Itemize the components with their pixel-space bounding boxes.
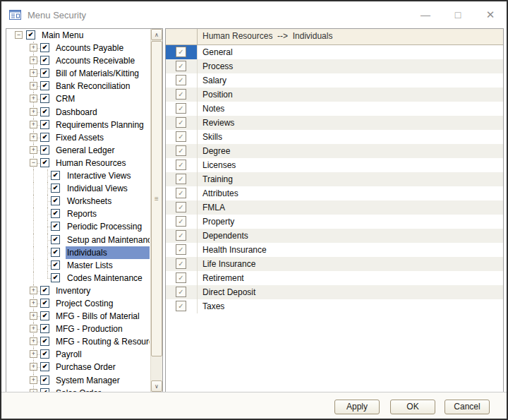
expand-icon[interactable]: +	[30, 121, 37, 128]
tree-item-label[interactable]: Individuals	[66, 246, 150, 259]
row-checkbox-cell[interactable]: ✓	[166, 73, 198, 88]
item-label[interactable]: Training	[198, 172, 503, 186]
tree-item[interactable]: +✔Accounts Receivable	[6, 54, 150, 67]
item-checkbox[interactable]: ✓	[176, 89, 186, 100]
table-row[interactable]: ✓Direct Deposit	[166, 285, 503, 299]
ok-button[interactable]: OK	[390, 400, 435, 414]
table-row[interactable]: ✓General	[166, 45, 503, 59]
tree-item-label[interactable]: Individual Views	[66, 182, 150, 195]
tree-item[interactable]: ✔Individual Views	[6, 182, 150, 195]
table-row[interactable]: ✓FMLA	[166, 200, 503, 215]
apply-button[interactable]: Apply	[334, 400, 380, 414]
item-checkbox[interactable]: ✓	[176, 174, 186, 184]
tree-item[interactable]: +✔Bank Reconciliation	[6, 80, 150, 92]
tree-item-checkbox[interactable]: ✔	[51, 260, 60, 270]
tree-item-label[interactable]: General Ledger	[54, 144, 150, 157]
row-checkbox-cell[interactable]: ✓	[166, 116, 198, 130]
table-row[interactable]: ✓Reviews	[166, 116, 503, 130]
item-label[interactable]: Position	[198, 88, 503, 102]
tree-item-checkbox[interactable]: ✔	[40, 311, 49, 320]
tree-item-label[interactable]: Sales Order	[54, 387, 150, 392]
item-checkbox[interactable]: ✓	[176, 202, 186, 212]
maximize-button[interactable]: □	[442, 1, 474, 28]
tree-item[interactable]: +✔Accounts Payable	[6, 42, 150, 54]
tree-item-label[interactable]: Reports	[66, 208, 150, 220]
tree-item-checkbox[interactable]: ✔	[51, 273, 60, 282]
tree-item[interactable]: +✔Fixed Assets	[6, 131, 150, 144]
item-checkbox[interactable]: ✓	[176, 301, 186, 311]
tree-item-checkbox[interactable]: ✔	[40, 43, 49, 52]
tree-item-checkbox[interactable]: ✔	[40, 107, 49, 116]
tree-item[interactable]: ✔Reports	[6, 208, 150, 220]
tree-item-label[interactable]: Bank Reconciliation	[54, 80, 150, 92]
tree-item-label[interactable]: Interactive Views	[66, 169, 150, 182]
tree-item[interactable]: +✔Purchase Order	[6, 361, 150, 373]
cancel-button[interactable]: Cancel	[445, 400, 490, 414]
expand-icon[interactable]: +	[30, 337, 37, 345]
tree-item-checkbox[interactable]: ✔	[51, 222, 60, 231]
table-row[interactable]: ✓Health Insurance	[166, 243, 503, 257]
tree-item-checkbox[interactable]: ✔	[26, 30, 35, 40]
tree-item-label[interactable]: Periodic Processing	[66, 220, 150, 233]
row-checkbox-cell[interactable]: ✓	[166, 299, 198, 313]
item-checkbox[interactable]: ✓	[176, 244, 186, 255]
tree-item-label[interactable]: Accounts Payable	[54, 42, 150, 54]
expand-icon[interactable]: +	[30, 312, 37, 320]
table-row[interactable]: ✓Skills	[166, 130, 503, 144]
table-row[interactable]: ✓Dependents	[166, 229, 503, 243]
tree-item-label[interactable]: MFG - Routing & Resources	[54, 335, 150, 348]
row-checkbox-cell[interactable]: ✓	[166, 229, 198, 243]
tree-item-label[interactable]: Master Lists	[66, 259, 150, 272]
tree-item[interactable]: −✔Main Menu	[6, 29, 150, 42]
collapse-icon[interactable]: −	[15, 31, 23, 39]
tree-item[interactable]: +✔Project Costing	[6, 297, 150, 310]
tree-item-checkbox[interactable]: ✔	[40, 133, 49, 142]
item-label[interactable]: General	[198, 45, 503, 59]
row-checkbox-cell[interactable]: ✓	[166, 144, 198, 158]
tree-item-checkbox[interactable]: ✔	[40, 349, 49, 359]
tree-item[interactable]: ✔Periodic Processing	[6, 220, 150, 233]
tree-scrollbar[interactable]: ∧ ≡ ∨	[150, 29, 162, 392]
table-row[interactable]: ✓Taxes	[166, 299, 503, 313]
item-checkbox[interactable]: ✓	[176, 287, 186, 297]
table-row[interactable]: ✓Licenses	[166, 158, 503, 172]
expand-icon[interactable]: +	[30, 363, 37, 371]
row-checkbox-cell[interactable]: ✓	[166, 215, 198, 229]
tree-item-label[interactable]: MFG - Bills of Material	[54, 310, 150, 323]
tree-item-checkbox[interactable]: ✔	[51, 171, 60, 180]
tree-item-label[interactable]: Requirements Planning	[54, 119, 150, 131]
tree-item-checkbox[interactable]: ✔	[40, 94, 49, 103]
table-row[interactable]: ✓Degree	[166, 144, 503, 158]
item-label[interactable]: FMLA	[198, 200, 503, 215]
tree-item[interactable]: ✔Individuals	[6, 246, 150, 259]
tree-item-label[interactable]: Inventory	[54, 284, 150, 297]
item-label[interactable]: Property	[198, 215, 503, 229]
tree-item[interactable]: ✔Codes Maintenance	[6, 272, 150, 284]
item-checkbox[interactable]: ✓	[176, 103, 186, 114]
item-label[interactable]: Process	[198, 59, 503, 73]
item-label[interactable]: Direct Deposit	[198, 285, 503, 299]
tree-item[interactable]: +✔CRM	[6, 92, 150, 105]
item-label[interactable]: Dependents	[198, 229, 503, 243]
expand-icon[interactable]: +	[30, 287, 37, 294]
row-checkbox-cell[interactable]: ✓	[166, 243, 198, 257]
tree-item-checkbox[interactable]: ✔	[40, 286, 49, 295]
tree-item-checkbox[interactable]: ✔	[51, 248, 60, 257]
tree-item-checkbox[interactable]: ✔	[40, 324, 49, 333]
item-checkbox[interactable]: ✓	[176, 145, 186, 156]
tree-item-checkbox[interactable]: ✔	[40, 68, 49, 78]
tree-item[interactable]: +✔Requirements Planning	[6, 119, 150, 131]
tree-item-label[interactable]: Dashboard	[54, 106, 150, 119]
tree-item-checkbox[interactable]: ✔	[40, 81, 49, 90]
table-row[interactable]: ✓Property	[166, 215, 503, 229]
tree-item-label[interactable]: CRM	[54, 92, 150, 105]
tree-item[interactable]: +✔MFG - Bills of Material	[6, 310, 150, 323]
tree-item-label[interactable]: Setup and Maintenance	[66, 234, 150, 246]
item-checkbox[interactable]: ✓	[176, 117, 186, 128]
tree-item[interactable]: ✔Interactive Views	[6, 169, 150, 182]
tree-item[interactable]: +✔General Ledger	[6, 144, 150, 157]
item-checkbox[interactable]: ✓	[176, 230, 186, 241]
item-label[interactable]: Taxes	[198, 299, 503, 313]
row-checkbox-cell[interactable]: ✓	[166, 88, 198, 102]
expand-icon[interactable]: +	[30, 82, 37, 90]
